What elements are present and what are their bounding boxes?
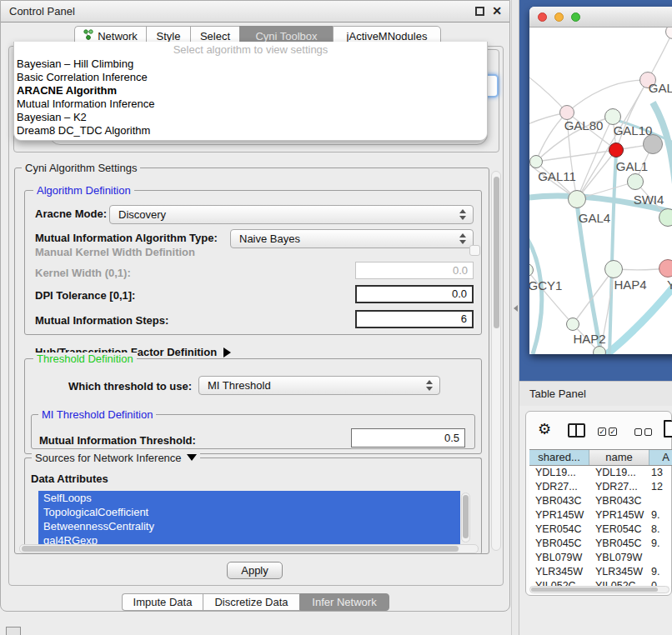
deselect-all-checkbox-icon[interactable]	[644, 428, 652, 436]
gear-icon[interactable]: ⚙	[538, 420, 551, 438]
tab-impute-data[interactable]: Impute Data	[122, 593, 203, 611]
network-node-label: GAL80	[564, 118, 604, 132]
table-row[interactable]: YLR345WYLR345W9.	[529, 565, 671, 579]
column-header-name[interactable]: name	[589, 450, 649, 465]
network-node[interactable]	[604, 260, 623, 278]
table-row[interactable]: YER054CYER054C8.	[529, 522, 671, 537]
network-node[interactable]	[609, 142, 624, 158]
kernel-width-field[interactable]: 0.0	[355, 262, 474, 279]
tab-select-label: Select	[200, 30, 230, 42]
table-cell: YPR145W	[589, 508, 649, 522]
which-threshold-value: MI Threshold	[208, 379, 271, 392]
manual-kernel-width-checkbox[interactable]	[469, 245, 480, 256]
network-node-label: GAL4	[579, 211, 610, 225]
network-node-label: HAP4	[614, 278, 646, 292]
algorithm-option[interactable]: Dream8 DC_TDC Algorithm	[14, 124, 487, 138]
table-cell: YLR345W	[529, 565, 589, 579]
algorithm-dropdown-list: Bayesian – Hill ClimbingBasic Correlatio…	[14, 58, 487, 138]
deselect-all-checkbox-icon[interactable]	[634, 428, 642, 436]
table-cell: YDR27...	[589, 480, 649, 494]
table-panel-title: Table Panel	[529, 382, 586, 407]
table-toolbar: ⚙ ✓ ✓	[526, 412, 671, 449]
attributes-scrollbar[interactable]	[461, 492, 470, 542]
network-node[interactable]	[566, 318, 579, 331]
network-node[interactable]	[568, 190, 586, 208]
table-cell: YLR345W	[589, 565, 649, 579]
mi-algorithm-type-combo[interactable]: Naive Bayes	[230, 229, 474, 248]
tab-infer-network[interactable]: Infer Network	[299, 593, 389, 611]
algorithm-option[interactable]: Bayesian – K2	[14, 111, 487, 124]
attribute-list-item[interactable]: TopologicalCoefficient	[38, 505, 460, 519]
network-canvas[interactable]: GAL80GAL10GAL7GAL11GAL1SWI4GAL4GCY1HAP4Y…	[529, 28, 672, 354]
network-view-window[interactable]: GAL80GAL10GAL7GAL11GAL1SWI4GAL4GCY1HAP4Y…	[529, 7, 672, 354]
float-window-icon[interactable]	[475, 7, 484, 16]
algorithm-dropdown-placeholder: Select algorithm to view settings	[14, 42, 487, 58]
mi-steps-field[interactable]: 6	[355, 310, 474, 328]
attribute-list-item[interactable]: gal4RGexp	[38, 533, 460, 544]
table-row[interactable]: YDR27...YDR27...12	[529, 480, 671, 494]
table-row[interactable]: YBL079WYBL079W	[529, 551, 671, 565]
settings-horizontal-scrollbar[interactable]	[19, 544, 479, 553]
network-window-titlebar[interactable]	[529, 7, 672, 28]
algorithm-option[interactable]: ARACNE Algorithm	[14, 84, 487, 98]
scrollbar-thumb[interactable]	[531, 588, 658, 592]
network-node[interactable]	[643, 134, 663, 154]
apply-button[interactable]: Apply	[227, 562, 283, 579]
attribute-list-item[interactable]: SelfLoops	[38, 491, 460, 505]
export-table-icon[interactable]	[664, 420, 672, 438]
table-header-row: shared... name A	[529, 449, 672, 466]
which-threshold-combo[interactable]: MI Threshold	[198, 376, 440, 395]
table-horizontal-scrollbar[interactable]	[529, 586, 669, 593]
dpi-tolerance-field[interactable]: 0.0	[355, 285, 474, 303]
table-cell: 12	[649, 480, 671, 494]
table-row[interactable]: YPR145WYPR145W9.	[529, 508, 671, 522]
attribute-list-item[interactable]: BetweennessCentrality	[38, 519, 460, 533]
close-icon[interactable]: ✕	[492, 4, 502, 18]
settings-scrollbar[interactable]	[491, 171, 501, 551]
control-panel-window: Control Panel ✕ Network Style Select Cyn…	[0, 0, 510, 612]
zoom-traffic-light[interactable]	[571, 12, 580, 22]
control-panel-title: Control Panel	[9, 1, 75, 22]
mi-threshold-field[interactable]: 0.5	[351, 428, 465, 448]
data-attributes-list[interactable]: SelfLoopsTopologicalCoefficientBetweenne…	[38, 491, 460, 544]
table-cell: YBR045C	[589, 537, 649, 551]
network-node-label: GAL7	[649, 81, 672, 95]
split-pane-divider[interactable]	[511, 0, 519, 635]
close-traffic-light[interactable]	[538, 12, 547, 22]
minimize-traffic-light[interactable]	[554, 12, 564, 22]
column-header-shared[interactable]: shared...	[529, 450, 589, 465]
table-cell: YER054C	[589, 522, 649, 537]
scrollbar-thumb[interactable]	[22, 546, 459, 552]
bottom-tabbar: Impute Data Discretize Data Infer Networ…	[122, 593, 389, 611]
network-node-label: Y	[667, 278, 672, 292]
manual-kernel-width-label: Manual Kernel Width Definition	[35, 246, 195, 258]
scrollbar-thumb[interactable]	[494, 177, 499, 328]
network-node[interactable]	[593, 346, 606, 354]
combo-arrows-icon	[426, 380, 434, 391]
table-row[interactable]: YBR045CYBR045C9.	[529, 537, 671, 551]
table-row[interactable]: YBR043CYBR043C	[529, 494, 671, 508]
sources-toggle[interactable]: Sources for Network Inference	[32, 452, 200, 464]
table-cell: YDL19...	[589, 466, 649, 480]
tab-infer-network-label: Infer Network	[312, 596, 376, 608]
tab-discretize-data[interactable]: Discretize Data	[203, 593, 299, 611]
table-cell: YDL19...	[529, 466, 589, 480]
network-node[interactable]	[659, 259, 672, 278]
collapsed-panel-tab[interactable]	[6, 627, 21, 635]
algorithm-option[interactable]: Basic Correlation Inference	[14, 71, 487, 84]
network-node[interactable]	[659, 208, 672, 227]
table-cell: YBR043C	[529, 494, 589, 508]
algorithm-option[interactable]: Bayesian – Hill Climbing	[14, 58, 487, 71]
scrollbar-thumb[interactable]	[463, 495, 469, 538]
table-row[interactable]: YIL052CYIL052C0.	[529, 579, 671, 586]
aracne-mode-combo[interactable]: Discovery	[109, 205, 474, 224]
split-columns-icon[interactable]	[568, 423, 585, 438]
algorithm-option[interactable]: Mutual Information Inference	[14, 98, 487, 111]
network-node[interactable]	[529, 155, 543, 168]
select-all-checkbox-icon[interactable]: ✓	[598, 428, 606, 436]
network-node[interactable]	[627, 173, 644, 190]
select-all-checkbox-icon[interactable]: ✓	[609, 428, 617, 436]
column-header-partial[interactable]: A	[649, 450, 672, 465]
divider-collapse-icon[interactable]	[514, 305, 518, 312]
table-row[interactable]: YDL19...YDL19...13	[529, 466, 671, 480]
